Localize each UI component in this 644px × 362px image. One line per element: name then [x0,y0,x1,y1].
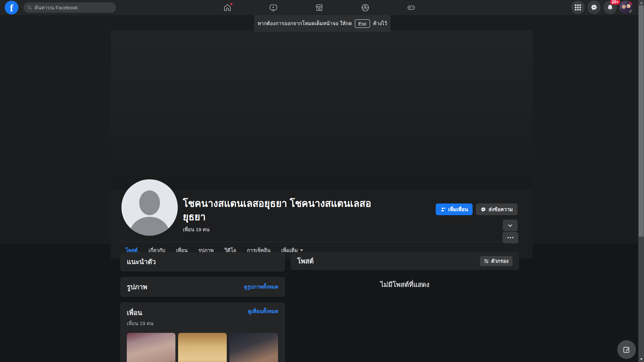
marketplace-tab[interactable] [315,3,324,12]
profile-menu-button[interactable] [620,1,633,14]
posts-title: โพสต์ [297,256,314,266]
notifications-button[interactable]: 20+ [603,1,617,14]
apps-menu-button[interactable] [571,1,585,14]
marketplace-icon [315,3,324,12]
top-navigation-bar: f [0,0,644,15]
scrollbar-up-arrow[interactable] [638,0,644,5]
search-icon [28,5,32,10]
tabs-overflow-button[interactable] [502,232,518,243]
profile-picture[interactable] [121,179,178,236]
photos-title: รูปภาพ [127,282,147,292]
cover-photo [111,30,533,189]
esc-key-label: Esc [355,19,370,28]
friends-subtitle: เพื่อน 19 คน [127,319,278,327]
more-profile-options-button[interactable] [503,220,518,231]
home-notification-dot [230,2,233,6]
send-message-label: ส่งข้อความ [488,205,513,214]
posts-filter-button[interactable]: ตัวกรอง [480,256,513,266]
see-all-friends-link[interactable]: ดูเพื่อนทั้งหมด [248,307,278,315]
caret-down-icon [300,249,303,251]
profile-notification-dot [630,1,633,4]
person-add-icon [440,207,446,212]
scrollbar-down-arrow[interactable] [638,357,644,362]
watch-tab[interactable] [269,3,278,12]
add-friend-label: เพิ่มเพื่อน [448,205,468,214]
friends-card: เพื่อน ดูเพื่อนทั้งหมด เพื่อน 19 คน [120,302,285,362]
page-scrollbar[interactable] [638,0,644,362]
compose-post-button[interactable] [617,340,636,359]
gaming-icon [407,3,416,12]
edit-pencil-icon [623,346,631,354]
facebook-logo[interactable]: f [5,1,18,14]
friend-photo[interactable] [178,333,227,362]
friends-count: เพื่อน 19 คน [183,226,379,234]
messenger-button[interactable] [587,1,601,14]
groups-tab[interactable] [361,3,370,12]
default-avatar-silhouette-icon [139,190,160,215]
toast-suffix: ค้างไว้ [373,19,387,27]
gaming-tab[interactable] [407,3,416,12]
see-all-photos-link[interactable]: ดูรูปภาพทั้งหมด [244,283,278,291]
profile-actions: เพิ่มเพื่อน ส่งข้อความ [436,203,518,231]
intro-card: แนะนำตัว [120,252,285,272]
groups-icon [361,3,370,12]
messenger-icon [591,4,597,11]
posts-card-header: โพสต์ ตัวกรอง [290,252,519,270]
friends-photo-grid [127,333,278,362]
messenger-icon [481,207,486,212]
main-nav-tabs [223,0,416,15]
filters-sliders-icon [484,259,489,263]
chevron-down-icon [508,223,513,228]
search-input[interactable] [35,5,112,10]
profile-name: โชคนางสแตนเลสอยุธยา โชคนางสแตนเลสอยุธยา [183,197,379,224]
photos-card: รูปภาพ ดูรูปภาพทั้งหมด [120,277,285,297]
notifications-bell-icon [607,4,613,11]
fullscreen-exit-toast: หากต้องการออกจากโหมดเต็มหน้าจอ ให้กด Esc… [254,15,390,32]
notification-count-badge: 20+ [610,0,620,5]
ellipsis-icon [507,237,509,238]
watch-icon [269,3,278,12]
scrollbar-thumb[interactable] [639,5,644,237]
search-bar[interactable] [23,2,116,13]
profile-header-column: โชคนางสแตนเลสอยุธยา โชคนางสแตนเลสอยุธยา … [111,30,533,259]
profile-header-band: โชคนางสแตนเลสอยุธยา โชคนางสแตนเลสอยุธยา … [0,15,644,244]
account-controls: 20+ [571,1,633,14]
send-message-button[interactable]: ส่งข้อความ [476,203,518,215]
friend-photo[interactable] [229,333,278,362]
add-friend-button[interactable]: เพิ่มเพื่อน [436,203,473,215]
no-posts-message: ไม่มีโพสต์ที่แสดง [290,279,519,290]
home-tab[interactable] [223,3,232,12]
toast-message: หากต้องการออกจากโหมดเต็มหน้าจอ ให้กด [258,19,352,27]
friends-title: เพื่อน [127,307,142,318]
profile-identity: โชคนางสแตนเลสอยุธยา โชคนางสแตนเลสอยุธยา … [183,197,379,234]
apps-grid-icon [575,4,581,11]
chevron-down-icon [629,9,633,14]
filter-label: ตัวกรอง [491,257,508,265]
friend-photo[interactable] [127,333,175,362]
intro-title: แนะนำตัว [127,256,156,267]
